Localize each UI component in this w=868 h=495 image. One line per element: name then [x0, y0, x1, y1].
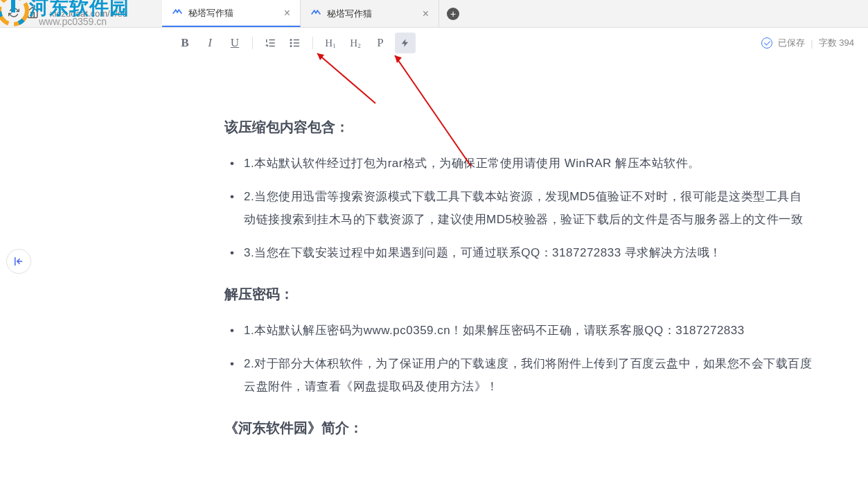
unordered-list-button[interactable] [285, 33, 305, 53]
heading-1: 该压缩包内容包含： [224, 114, 813, 140]
tab-1[interactable]: 秘塔写作猫 × [162, 0, 301, 27]
list-1: 1.本站默认软件经过打包为rar格式，为确保正常使用请使用 WinRAR 解压本… [224, 153, 813, 264]
h2-button[interactable]: H2 [345, 33, 366, 53]
svg-point-7 [290, 42, 292, 44]
left-gutter [0, 28, 37, 495]
main-panel: B I U H1 H2 P 已保存 [37, 28, 868, 495]
list-item: 2.对于部分大体积软件，为了保证用户的下载速度，我们将附件上传到了百度云盘中，如… [244, 353, 813, 398]
exit-button[interactable] [6, 249, 31, 274]
url-display[interactable]: xiezuocat.com/#/ed [50, 8, 127, 19]
heading-3: 《河东软件园》简介： [224, 415, 813, 441]
heading-2: 解压密码： [224, 281, 813, 307]
editor-toolbar: B I U H1 H2 P 已保存 [37, 28, 868, 58]
list-item: 1.本站默认解压密码为www.pc0359.cn！如果解压密码不正确，请联系客服… [244, 320, 813, 342]
tab-2-title: 秘塔写作猫 [327, 8, 417, 20]
flash-button[interactable] [395, 33, 416, 53]
new-tab-button[interactable]: + [439, 0, 467, 27]
svg-point-6 [290, 40, 292, 41]
browser-tabs: 秘塔写作猫 × 秘塔写作猫 × + [162, 0, 467, 27]
h1-button[interactable]: H1 [320, 33, 341, 53]
home-icon[interactable] [26, 6, 39, 21]
app-area: B I U H1 H2 P 已保存 [0, 28, 868, 495]
saved-label: 已保存 [778, 37, 805, 49]
nav-controls [0, 6, 47, 21]
list-item: 1.本站默认软件经过打包为rar格式，为确保正常使用请使用 WinRAR 解压本… [244, 153, 813, 175]
reload-icon[interactable] [8, 7, 19, 21]
ordered-list-button[interactable] [260, 33, 281, 53]
tab-1-title: 秘塔写作猫 [188, 7, 278, 19]
tab-favicon-icon [310, 8, 321, 19]
saved-check-icon [761, 37, 772, 49]
tab-2-close-icon[interactable]: × [423, 8, 429, 20]
browser-chrome: xiezuocat.com/#/ed 秘塔写作猫 × 秘塔写作猫 × + [0, 0, 868, 28]
svg-point-8 [290, 46, 292, 47]
tab-2[interactable]: 秘塔写作猫 × [301, 0, 439, 27]
editor-content[interactable]: 该压缩包内容包含： 1.本站默认软件经过打包为rar格式，为确保正常使用请使用 … [37, 58, 868, 495]
wordcount-label: 字数 394 [819, 37, 854, 49]
italic-button[interactable]: I [200, 33, 220, 53]
toolbar-status: 已保存 | 字数 394 [761, 37, 854, 49]
list-item: 3.当您在下载安装过程中如果遇到问题，可通过联系QQ：3187272833 寻求… [244, 242, 813, 264]
tab-1-close-icon[interactable]: × [284, 7, 290, 19]
underline-button[interactable]: U [224, 33, 245, 53]
bold-button[interactable]: B [175, 33, 195, 53]
tab-favicon-icon [172, 8, 183, 19]
list-item: 2.当您使用迅雷等搜索资源模式下载工具下载本站资源，发现MD5值验证不对时，很可… [244, 186, 813, 231]
paragraph-button[interactable]: P [370, 33, 391, 53]
list-2: 1.本站默认解压密码为www.pc0359.cn！如果解压密码不正确，请联系客服… [224, 320, 813, 398]
